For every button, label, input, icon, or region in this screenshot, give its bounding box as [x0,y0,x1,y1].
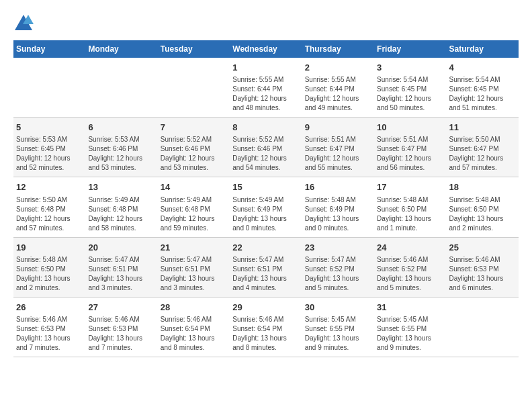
day-header-wednesday: Wednesday [230,40,302,58]
day-info: Sunrise: 5:54 AM Sunset: 6:45 PM Dayligh… [449,75,516,113]
day-header-sunday: Sunday [13,40,85,58]
calendar-cell: 5Sunrise: 5:53 AM Sunset: 6:45 PM Daylig… [13,118,85,177]
day-header-tuesday: Tuesday [158,40,230,58]
calendar-cell: 24Sunrise: 5:46 AM Sunset: 6:52 PM Dayli… [374,237,446,297]
calendar-cell: 10Sunrise: 5:51 AM Sunset: 6:47 PM Dayli… [374,118,446,177]
calendar-cell: 21Sunrise: 5:47 AM Sunset: 6:51 PM Dayli… [158,237,230,297]
calendar-cell: 8Sunrise: 5:52 AM Sunset: 6:46 PM Daylig… [230,118,302,177]
calendar-cell: 18Sunrise: 5:48 AM Sunset: 6:50 PM Dayli… [447,177,519,237]
calendar-week-1: 5Sunrise: 5:53 AM Sunset: 6:45 PM Daylig… [13,118,519,177]
calendar-cell: 12Sunrise: 5:50 AM Sunset: 6:48 PM Dayli… [13,177,85,237]
calendar-cell: 17Sunrise: 5:48 AM Sunset: 6:50 PM Dayli… [374,177,446,237]
day-number: 30 [305,302,371,314]
day-info: Sunrise: 5:48 AM Sunset: 6:50 PM Dayligh… [16,255,83,293]
day-number: 31 [377,302,443,314]
day-number: 16 [305,181,371,193]
day-header-thursday: Thursday [302,40,374,58]
calendar-cell: 3Sunrise: 5:54 AM Sunset: 6:45 PM Daylig… [374,58,446,118]
day-info: Sunrise: 5:49 AM Sunset: 6:48 PM Dayligh… [161,195,227,233]
calendar-week-3: 19Sunrise: 5:48 AM Sunset: 6:50 PM Dayli… [13,237,519,297]
day-header-friday: Friday [374,40,446,58]
day-number: 26 [16,302,83,314]
day-number: 14 [161,181,227,193]
calendar-cell: 2Sunrise: 5:55 AM Sunset: 6:44 PM Daylig… [302,58,374,118]
calendar-cell: 25Sunrise: 5:46 AM Sunset: 6:53 PM Dayli… [447,237,519,297]
day-number: 10 [377,122,443,134]
day-number: 11 [449,122,516,134]
day-info: Sunrise: 5:51 AM Sunset: 6:47 PM Dayligh… [305,135,371,173]
calendar-cell: 14Sunrise: 5:49 AM Sunset: 6:48 PM Dayli… [158,177,230,237]
calendar-table: SundayMondayTuesdayWednesdayThursdayFrid… [13,40,519,357]
calendar-cell [13,58,85,118]
day-number: 24 [377,242,443,254]
day-info: Sunrise: 5:52 AM Sunset: 6:46 PM Dayligh… [232,135,299,173]
day-header-saturday: Saturday [447,40,519,58]
day-number: 4 [449,62,516,74]
day-number: 9 [305,122,371,134]
calendar-cell: 20Sunrise: 5:47 AM Sunset: 6:51 PM Dayli… [85,237,157,297]
day-number: 7 [161,122,227,134]
calendar-cell: 22Sunrise: 5:47 AM Sunset: 6:51 PM Dayli… [230,237,302,297]
logo-icon [13,13,34,34]
day-number: 5 [16,122,83,134]
day-info: Sunrise: 5:51 AM Sunset: 6:47 PM Dayligh… [377,135,443,173]
day-number: 15 [232,181,299,193]
day-number: 6 [88,122,154,134]
calendar-cell [158,58,230,118]
logo [13,13,36,34]
day-number: 25 [449,242,516,254]
calendar-header: SundayMondayTuesdayWednesdayThursdayFrid… [13,40,519,58]
calendar-cell: 13Sunrise: 5:49 AM Sunset: 6:48 PM Dayli… [85,177,157,237]
calendar-cell: 30Sunrise: 5:45 AM Sunset: 6:55 PM Dayli… [302,297,374,357]
day-number: 28 [161,302,227,314]
day-info: Sunrise: 5:47 AM Sunset: 6:52 PM Dayligh… [305,255,371,293]
calendar-cell: 29Sunrise: 5:46 AM Sunset: 6:54 PM Dayli… [230,297,302,357]
calendar-cell: 1Sunrise: 5:55 AM Sunset: 6:44 PM Daylig… [230,58,302,118]
calendar-week-0: 1Sunrise: 5:55 AM Sunset: 6:44 PM Daylig… [13,58,519,118]
day-header-monday: Monday [85,40,157,58]
day-info: Sunrise: 5:48 AM Sunset: 6:50 PM Dayligh… [377,195,443,233]
calendar-cell: 11Sunrise: 5:50 AM Sunset: 6:47 PM Dayli… [447,118,519,177]
calendar-cell: 23Sunrise: 5:47 AM Sunset: 6:52 PM Dayli… [302,237,374,297]
day-info: Sunrise: 5:49 AM Sunset: 6:48 PM Dayligh… [88,195,154,233]
calendar-week-2: 12Sunrise: 5:50 AM Sunset: 6:48 PM Dayli… [13,177,519,237]
calendar-cell: 28Sunrise: 5:46 AM Sunset: 6:54 PM Dayli… [158,297,230,357]
day-number: 12 [16,181,83,193]
day-info: Sunrise: 5:54 AM Sunset: 6:45 PM Dayligh… [377,75,443,113]
day-info: Sunrise: 5:46 AM Sunset: 6:53 PM Dayligh… [449,255,516,293]
calendar-cell [447,297,519,357]
day-info: Sunrise: 5:49 AM Sunset: 6:49 PM Dayligh… [232,195,299,233]
page-header [13,13,519,34]
day-info: Sunrise: 5:48 AM Sunset: 6:50 PM Dayligh… [449,195,516,233]
day-number: 17 [377,181,443,193]
day-number: 20 [88,242,154,254]
day-info: Sunrise: 5:46 AM Sunset: 6:54 PM Dayligh… [232,315,299,353]
day-info: Sunrise: 5:46 AM Sunset: 6:53 PM Dayligh… [16,315,83,353]
day-number: 22 [232,242,299,254]
calendar-week-4: 26Sunrise: 5:46 AM Sunset: 6:53 PM Dayli… [13,297,519,357]
day-info: Sunrise: 5:52 AM Sunset: 6:46 PM Dayligh… [161,135,227,173]
day-info: Sunrise: 5:46 AM Sunset: 6:54 PM Dayligh… [161,315,227,353]
day-number: 27 [88,302,154,314]
day-info: Sunrise: 5:53 AM Sunset: 6:45 PM Dayligh… [16,135,83,173]
calendar-cell: 27Sunrise: 5:46 AM Sunset: 6:53 PM Dayli… [85,297,157,357]
day-number: 19 [16,242,83,254]
day-number: 21 [161,242,227,254]
day-number: 23 [305,242,371,254]
day-number: 3 [377,62,443,74]
day-info: Sunrise: 5:50 AM Sunset: 6:47 PM Dayligh… [449,135,516,173]
day-info: Sunrise: 5:45 AM Sunset: 6:55 PM Dayligh… [305,315,371,353]
day-number: 8 [232,122,299,134]
day-info: Sunrise: 5:47 AM Sunset: 6:51 PM Dayligh… [161,255,227,293]
day-number: 29 [232,302,299,314]
day-info: Sunrise: 5:50 AM Sunset: 6:48 PM Dayligh… [16,195,83,233]
day-number: 2 [305,62,371,74]
day-info: Sunrise: 5:47 AM Sunset: 6:51 PM Dayligh… [88,255,154,293]
calendar-cell [85,58,157,118]
day-info: Sunrise: 5:55 AM Sunset: 6:44 PM Dayligh… [232,75,299,113]
calendar-cell: 16Sunrise: 5:48 AM Sunset: 6:49 PM Dayli… [302,177,374,237]
day-number: 13 [88,181,154,193]
calendar-cell: 4Sunrise: 5:54 AM Sunset: 6:45 PM Daylig… [447,58,519,118]
day-number: 18 [449,181,516,193]
day-info: Sunrise: 5:46 AM Sunset: 6:52 PM Dayligh… [377,255,443,293]
